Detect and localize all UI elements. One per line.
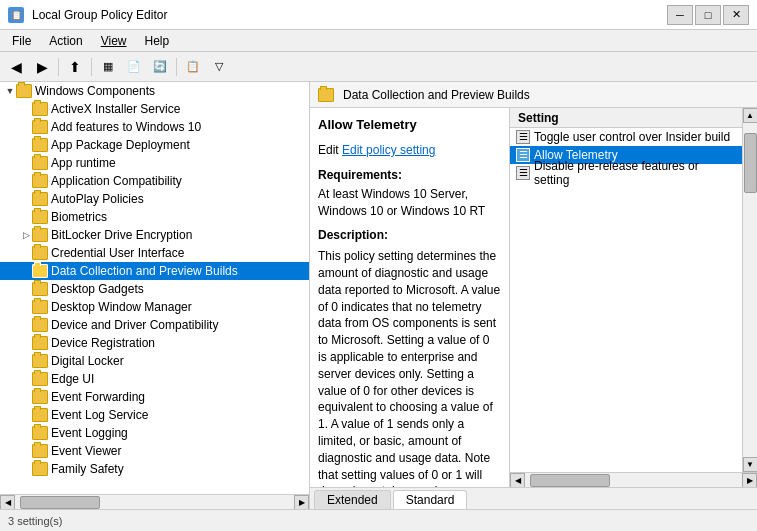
- filter-button[interactable]: ▽: [207, 56, 231, 78]
- folder-icon-event-forwarding: [32, 390, 48, 404]
- tree-item-device-reg[interactable]: Device Registration: [0, 334, 309, 352]
- scroll-track[interactable]: [743, 123, 758, 457]
- settings-h-scroll-right[interactable]: ▶: [742, 473, 757, 488]
- menu-help[interactable]: Help: [137, 32, 178, 50]
- policy-title: Allow Telemetry: [318, 116, 501, 134]
- tree-label-device-driver: Device and Driver Compatibility: [51, 318, 218, 332]
- tree-item-edge-ui[interactable]: Edge UI: [0, 370, 309, 388]
- right-header-folder-icon: [318, 88, 334, 102]
- settings-header-label: Setting: [518, 111, 559, 125]
- menu-action[interactable]: Action: [41, 32, 90, 50]
- scroll-arrow-down[interactable]: ▼: [743, 457, 758, 472]
- settings-h-scrollbar: ◀ ▶: [510, 472, 757, 487]
- tree-item-device-driver[interactable]: Device and Driver Compatibility: [0, 316, 309, 334]
- folder-icon-credential: [32, 246, 48, 260]
- tree-item-data-collection[interactable]: Data Collection and Preview Builds: [0, 262, 309, 280]
- minimize-button[interactable]: ─: [667, 5, 693, 25]
- scroll-arrow-up[interactable]: ▲: [743, 108, 758, 123]
- setting-label-toggle-insider: Toggle user control over Insider build: [534, 130, 730, 144]
- tree-item-event-forwarding[interactable]: Event Forwarding: [0, 388, 309, 406]
- folder-icon-event-viewer: [32, 444, 48, 458]
- tree-item-add-features[interactable]: Add features to Windows 10: [0, 118, 309, 136]
- tree-label-biometrics: Biometrics: [51, 210, 107, 224]
- tree-item-desktop-gadgets[interactable]: Desktop Gadgets: [0, 280, 309, 298]
- folder-icon-event-log-svc: [32, 408, 48, 422]
- setting-item-toggle-insider[interactable]: ☰ Toggle user control over Insider build: [510, 128, 742, 146]
- tree-label-family-safety: Family Safety: [51, 462, 124, 476]
- folder-icon-family-safety: [32, 462, 48, 476]
- tree-item-event-log-svc[interactable]: Event Log Service: [0, 406, 309, 424]
- h-scroll-thumb[interactable]: [20, 496, 100, 509]
- settings-v-scrollbar: ▲ ▼: [742, 108, 757, 472]
- close-button[interactable]: ✕: [723, 5, 749, 25]
- folder-icon-app-runtime: [32, 156, 48, 170]
- folder-icon-activex: [32, 102, 48, 116]
- folder-icon-digital-locker: [32, 354, 48, 368]
- tree-label-app-runtime: App runtime: [51, 156, 116, 170]
- right-panel-header: Data Collection and Preview Builds: [310, 82, 757, 108]
- tree-item-event-logging[interactable]: Event Logging: [0, 424, 309, 442]
- tabs-bar: Extended Standard: [310, 487, 757, 509]
- settings-h-scroll-thumb[interactable]: [530, 474, 610, 487]
- tree-item-app-runtime[interactable]: App runtime: [0, 154, 309, 172]
- tree-label-app-package: App Package Deployment: [51, 138, 190, 152]
- folder-icon-windows-components: [16, 84, 32, 98]
- folder-icon-app-compat: [32, 174, 48, 188]
- tree-item-digital-locker[interactable]: Digital Locker: [0, 352, 309, 370]
- toolbar-separator-3: [176, 58, 177, 76]
- edit-policy-link[interactable]: Edit policy setting: [342, 143, 435, 157]
- tree-item-credential[interactable]: Credential User Interface: [0, 244, 309, 262]
- tree-item-windows-components[interactable]: ▼ Windows Components: [0, 82, 309, 100]
- forward-button[interactable]: ▶: [30, 56, 54, 78]
- tree-item-event-viewer[interactable]: Event Viewer: [0, 442, 309, 460]
- setting-icon-allow-telemetry: ☰: [516, 148, 530, 162]
- setting-item-disable-prerelease[interactable]: ☰ Disable pre-release features or settin…: [510, 164, 742, 182]
- tree-label-windows-components: Windows Components: [35, 84, 155, 98]
- settings-h-scroll-left[interactable]: ◀: [510, 473, 525, 488]
- tree-item-app-package[interactable]: App Package Deployment: [0, 136, 309, 154]
- title-bar: 📋 Local Group Policy Editor ─ □ ✕: [0, 0, 757, 30]
- tree-item-desktop-window[interactable]: Desktop Window Manager: [0, 298, 309, 316]
- folder-icon-edge-ui: [32, 372, 48, 386]
- settings-h-scroll-track[interactable]: [525, 473, 742, 488]
- up-button[interactable]: ⬆: [63, 56, 87, 78]
- h-scroll-track[interactable]: [15, 495, 294, 510]
- folder-icon-bitlocker: [32, 228, 48, 242]
- tree-toggle-windows-components[interactable]: ▼: [4, 86, 16, 96]
- tree-item-family-safety[interactable]: Family Safety: [0, 460, 309, 478]
- tab-extended[interactable]: Extended: [314, 490, 391, 509]
- folder-icon-autoplay: [32, 192, 48, 206]
- folder-icon-device-driver: [32, 318, 48, 332]
- refresh-button[interactable]: 🔄: [148, 56, 172, 78]
- back-button[interactable]: ◀: [4, 56, 28, 78]
- view-button[interactable]: 📋: [181, 56, 205, 78]
- right-body: Allow Telemetry Edit Edit policy setting…: [310, 108, 757, 487]
- settings-list: ☰ Toggle user control over Insider build…: [510, 128, 742, 472]
- tab-standard[interactable]: Standard: [393, 490, 468, 509]
- tree-label-event-forwarding: Event Forwarding: [51, 390, 145, 404]
- tree-item-activex[interactable]: ActiveX Installer Service: [0, 100, 309, 118]
- tree-label-digital-locker: Digital Locker: [51, 354, 124, 368]
- tree-toggle-bitlocker[interactable]: ▷: [20, 230, 32, 240]
- edit-prefix: Edit: [318, 143, 342, 157]
- description-label: Description:: [318, 227, 501, 244]
- properties-button[interactable]: 📄: [122, 56, 146, 78]
- h-scroll-left[interactable]: ◀: [0, 495, 15, 510]
- tree-item-biometrics[interactable]: Biometrics: [0, 208, 309, 226]
- show-hide-button[interactable]: ▦: [96, 56, 120, 78]
- description-text: This policy setting determines the amoun…: [318, 248, 501, 487]
- scroll-thumb[interactable]: [744, 133, 757, 193]
- tree-item-bitlocker[interactable]: ▷ BitLocker Drive Encryption: [0, 226, 309, 244]
- policy-edit-section: Edit Edit policy setting: [318, 142, 501, 159]
- h-scroll-right[interactable]: ▶: [294, 495, 309, 510]
- menu-view[interactable]: View: [93, 32, 135, 50]
- tree-label-data-collection: Data Collection and Preview Builds: [51, 264, 238, 278]
- right-panel-title: Data Collection and Preview Builds: [343, 88, 530, 102]
- tree-item-autoplay[interactable]: AutoPlay Policies: [0, 190, 309, 208]
- tree-item-app-compat[interactable]: Application Compatibility: [0, 172, 309, 190]
- folder-icon-add-features: [32, 120, 48, 134]
- tree-label-event-viewer: Event Viewer: [51, 444, 121, 458]
- maximize-button[interactable]: □: [695, 5, 721, 25]
- tree-label-autoplay: AutoPlay Policies: [51, 192, 144, 206]
- menu-file[interactable]: File: [4, 32, 39, 50]
